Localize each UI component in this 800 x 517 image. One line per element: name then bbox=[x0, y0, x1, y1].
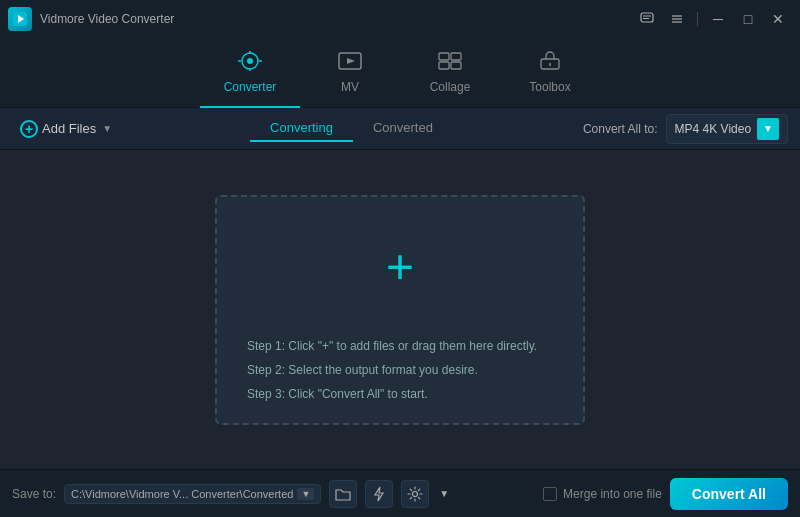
add-files-plus-icon: + bbox=[20, 120, 38, 138]
settings-dropdown-icon[interactable]: ▼ bbox=[439, 488, 449, 499]
message-button[interactable] bbox=[633, 8, 661, 30]
toolbar-center: Converting Converted bbox=[120, 115, 583, 142]
svg-marker-22 bbox=[375, 487, 383, 501]
svg-rect-16 bbox=[439, 53, 449, 60]
format-value: MP4 4K Video bbox=[675, 122, 752, 136]
tab-mv-label: MV bbox=[341, 80, 359, 94]
tab-collage-label: Collage bbox=[430, 80, 471, 94]
tab-toolbox[interactable]: Toolbox bbox=[500, 38, 600, 108]
tab-mv[interactable]: MV bbox=[300, 38, 400, 108]
title-bar-left: Vidmore Video Converter bbox=[8, 7, 174, 31]
step-1: Step 1: Click "+" to add files or drag t… bbox=[247, 337, 553, 355]
drop-zone[interactable]: + Step 1: Click "+" to add files or drag… bbox=[215, 195, 585, 425]
minimize-button[interactable]: ─ bbox=[704, 8, 732, 30]
main-content: + Step 1: Click "+" to add files or drag… bbox=[0, 150, 800, 469]
tab-converter[interactable]: Converter bbox=[200, 38, 300, 108]
svg-rect-2 bbox=[641, 13, 653, 22]
add-files-button[interactable]: + Add Files ▼ bbox=[12, 116, 120, 142]
merge-label: Merge into one file bbox=[563, 487, 662, 501]
merge-checkbox[interactable] bbox=[543, 487, 557, 501]
convert-all-button[interactable]: Convert All bbox=[670, 478, 788, 510]
settings-icon-button[interactable] bbox=[401, 480, 429, 508]
plus-icon-wrap: + bbox=[386, 197, 414, 337]
add-files-label: Add Files bbox=[42, 121, 96, 136]
menu-button[interactable] bbox=[663, 8, 691, 30]
format-select[interactable]: MP4 4K Video ▼ bbox=[666, 114, 788, 144]
add-plus-icon: + bbox=[386, 243, 414, 291]
add-files-dropdown-icon[interactable]: ▼ bbox=[102, 123, 112, 134]
close-button[interactable]: ✕ bbox=[764, 8, 792, 30]
save-path-text: C:\Vidmore\Vidmore V... Converter\Conver… bbox=[71, 488, 293, 500]
converter-icon bbox=[237, 50, 263, 76]
title-bar-controls: ─ □ ✕ bbox=[633, 8, 792, 30]
nav-tabs: Converter MV Collage bbox=[0, 38, 800, 108]
converted-tab[interactable]: Converted bbox=[353, 115, 453, 142]
svg-point-23 bbox=[413, 491, 418, 496]
format-dropdown-icon[interactable]: ▼ bbox=[757, 118, 779, 140]
converting-tab[interactable]: Converting bbox=[250, 115, 353, 142]
app-logo bbox=[8, 7, 32, 31]
drop-zone-steps: Step 1: Click "+" to add files or drag t… bbox=[247, 337, 553, 403]
separator bbox=[697, 12, 698, 26]
footer: Save to: C:\Vidmore\Vidmore V... Convert… bbox=[0, 469, 800, 517]
svg-rect-17 bbox=[451, 53, 461, 60]
collage-icon bbox=[437, 50, 463, 76]
tab-toolbox-label: Toolbox bbox=[529, 80, 570, 94]
svg-point-9 bbox=[247, 58, 253, 64]
save-path-select[interactable]: C:\Vidmore\Vidmore V... Converter\Conver… bbox=[64, 484, 321, 504]
svg-rect-18 bbox=[439, 62, 449, 69]
app-title: Vidmore Video Converter bbox=[40, 12, 174, 26]
maximize-button[interactable]: □ bbox=[734, 8, 762, 30]
folder-icon-button[interactable] bbox=[329, 480, 357, 508]
tab-collage[interactable]: Collage bbox=[400, 38, 500, 108]
flash-icon-button[interactable] bbox=[365, 480, 393, 508]
step-2: Step 2: Select the output format you des… bbox=[247, 361, 553, 379]
step-3: Step 3: Click "Convert All" to start. bbox=[247, 385, 553, 403]
merge-checkbox-wrap[interactable]: Merge into one file bbox=[543, 487, 662, 501]
save-path-dropdown-icon[interactable]: ▼ bbox=[297, 488, 314, 500]
mv-icon bbox=[337, 50, 363, 76]
toolbar-right: Convert All to: MP4 4K Video ▼ bbox=[583, 114, 788, 144]
title-bar: Vidmore Video Converter ─ □ ✕ bbox=[0, 0, 800, 38]
save-to-label: Save to: bbox=[12, 487, 56, 501]
tab-converter-label: Converter bbox=[224, 80, 277, 94]
toolbar: + Add Files ▼ Converting Converted Conve… bbox=[0, 108, 800, 150]
toolbox-icon bbox=[537, 50, 563, 76]
svg-rect-19 bbox=[451, 62, 461, 69]
svg-marker-15 bbox=[347, 58, 355, 64]
convert-all-to-label: Convert All to: bbox=[583, 122, 658, 136]
